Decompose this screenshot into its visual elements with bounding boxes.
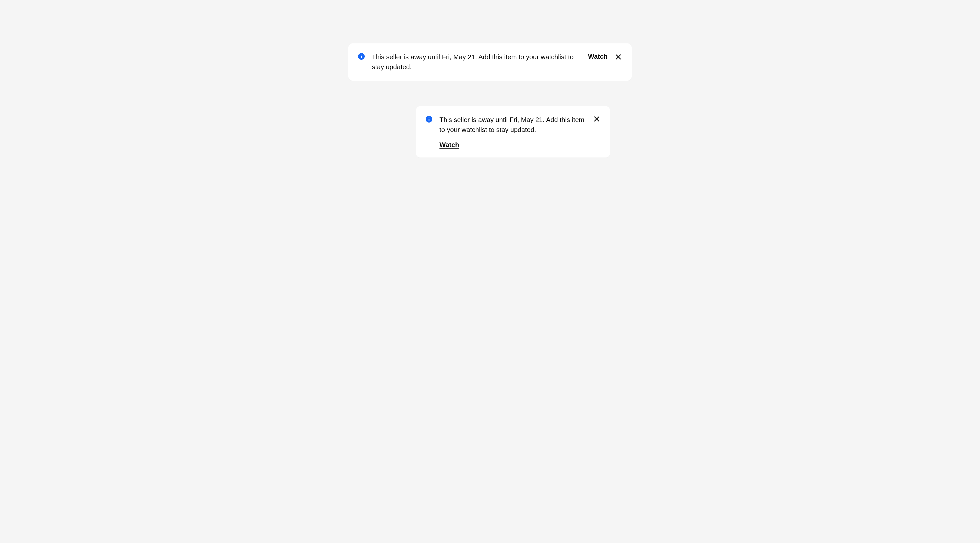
svg-rect-7 — [428, 119, 429, 121]
notice-banner-narrow: This seller is away until Fri, May 21. A… — [416, 106, 610, 158]
watch-link[interactable]: Watch — [588, 53, 608, 61]
close-icon — [593, 115, 600, 123]
notice-banner-wide: This seller is away until Fri, May 21. A… — [348, 43, 632, 81]
notice-message: This seller is away until Fri, May 21. A… — [372, 52, 581, 72]
svg-rect-2 — [361, 56, 362, 58]
notice-actions: Watch — [588, 53, 622, 61]
svg-point-6 — [428, 118, 429, 118]
close-button[interactable] — [615, 53, 622, 61]
svg-point-1 — [361, 55, 362, 56]
info-icon — [426, 116, 432, 123]
watch-link[interactable]: Watch — [439, 141, 459, 149]
notice-body: This seller is away until Fri, May 21. A… — [439, 115, 586, 149]
close-button[interactable] — [593, 115, 600, 123]
notice-body: This seller is away until Fri, May 21. A… — [372, 52, 581, 72]
close-icon — [615, 53, 622, 61]
info-icon — [358, 53, 365, 60]
notice-message: This seller is away until Fri, May 21. A… — [439, 115, 586, 135]
